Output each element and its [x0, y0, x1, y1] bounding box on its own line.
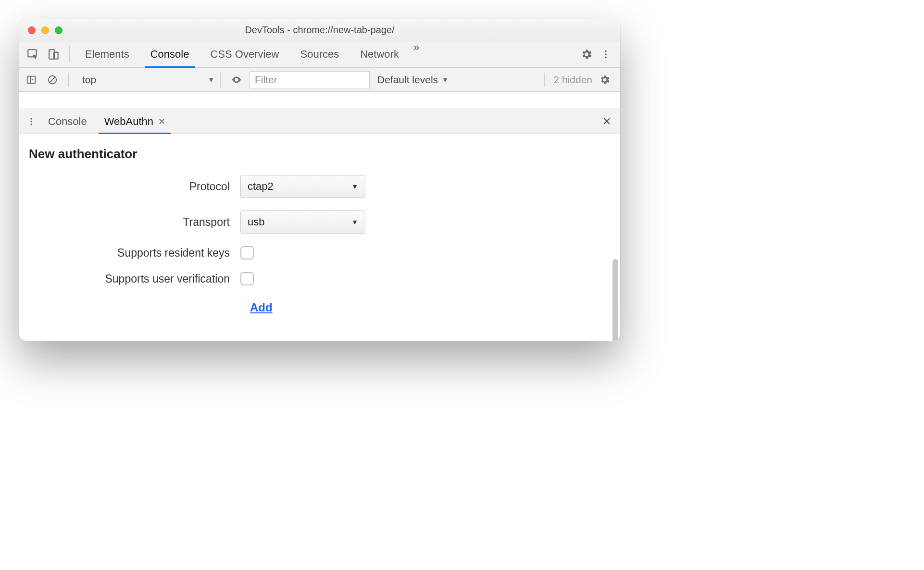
- close-window-button[interactable]: [28, 26, 36, 34]
- titlebar: DevTools - chrome://new-tab-page/: [19, 19, 620, 41]
- transport-select[interactable]: usb ▼: [240, 211, 365, 234]
- hidden-messages-count[interactable]: 2 hidden: [553, 74, 592, 86]
- add-authenticator-button[interactable]: Add: [250, 301, 273, 314]
- chevron-down-icon: ▼: [208, 76, 214, 84]
- toggle-console-sidebar-icon[interactable]: [23, 72, 39, 88]
- drawer-tabstrip: Console WebAuthn ✕ ✕: [19, 109, 620, 134]
- tabs-overflow-button[interactable]: »: [410, 41, 423, 67]
- chevron-down-icon: ▼: [351, 218, 358, 226]
- separator: [69, 46, 70, 62]
- close-tab-icon[interactable]: ✕: [158, 116, 165, 127]
- main-menu-kebab-icon[interactable]: [597, 46, 614, 63]
- main-tabstrip: Elements Console CSS Overview Sources Ne…: [19, 41, 620, 68]
- svg-point-3: [605, 50, 607, 52]
- window-title: DevTools - chrome://new-tab-page/: [19, 25, 620, 36]
- label-protocol: Protocol: [29, 180, 240, 193]
- svg-line-10: [50, 77, 55, 82]
- svg-point-11: [30, 118, 32, 119]
- live-expression-eye-icon[interactable]: [228, 72, 245, 88]
- console-output-area: [19, 92, 620, 109]
- console-settings-gear-icon[interactable]: [596, 71, 613, 88]
- execution-context-select[interactable]: top ▼: [76, 72, 221, 88]
- scrollbar-thumb[interactable]: [612, 259, 618, 341]
- svg-point-12: [30, 121, 32, 122]
- separator: [68, 73, 69, 87]
- main-tabs: Elements Console CSS Overview Sources Ne…: [75, 41, 423, 67]
- row-transport: Transport usb ▼: [29, 211, 611, 234]
- tab-network[interactable]: Network: [350, 41, 410, 67]
- user-verification-checkbox[interactable]: [240, 272, 254, 285]
- devtools-window: DevTools - chrome://new-tab-page/ Elemen…: [19, 19, 620, 341]
- transport-value: usb: [248, 216, 264, 228]
- separator: [569, 46, 569, 62]
- chevron-down-icon: ▼: [442, 76, 449, 84]
- drawer-menu-kebab-icon[interactable]: [23, 117, 39, 126]
- settings-gear-icon[interactable]: [578, 46, 595, 63]
- label-user-verification: Supports user verification: [29, 273, 240, 285]
- log-levels-select[interactable]: Default levels ▼: [375, 74, 451, 86]
- row-add: Add: [29, 301, 611, 314]
- row-user-verification: Supports user verification: [29, 272, 611, 285]
- traffic-lights: [28, 26, 62, 34]
- panel-heading: New authenticator: [29, 147, 611, 161]
- row-resident-keys: Supports resident keys: [29, 246, 611, 260]
- minimize-window-button[interactable]: [41, 26, 49, 34]
- row-protocol: Protocol ctap2 ▼: [29, 175, 611, 198]
- context-value: top: [82, 74, 96, 86]
- chevron-down-icon: ▼: [351, 183, 358, 190]
- svg-point-5: [605, 57, 607, 59]
- svg-rect-6: [27, 76, 36, 83]
- svg-point-13: [30, 124, 32, 125]
- separator: [544, 73, 545, 87]
- protocol-value: ctap2: [248, 180, 274, 193]
- webauthn-panel: New authenticator Protocol ctap2 ▼ Trans…: [19, 134, 620, 341]
- tab-console[interactable]: Console: [140, 41, 200, 67]
- tab-css-overview[interactable]: CSS Overview: [200, 41, 289, 67]
- label-transport: Transport: [29, 216, 240, 229]
- svg-marker-8: [32, 79, 34, 81]
- tab-elements[interactable]: Elements: [75, 41, 140, 67]
- zoom-window-button[interactable]: [55, 26, 62, 34]
- device-toolbar-icon[interactable]: [43, 44, 64, 65]
- protocol-select[interactable]: ctap2 ▼: [240, 175, 365, 198]
- tab-sources[interactable]: Sources: [289, 41, 350, 67]
- clear-console-icon[interactable]: [44, 72, 61, 88]
- svg-point-4: [605, 53, 607, 55]
- inspect-element-icon[interactable]: [22, 44, 43, 65]
- console-toolbar: top ▼ Default levels ▼ 2 hidden: [19, 68, 620, 92]
- drawer-tab-webauthn[interactable]: WebAuthn ✕: [96, 109, 174, 134]
- close-drawer-icon[interactable]: ✕: [597, 112, 616, 131]
- resident-keys-checkbox[interactable]: [240, 246, 254, 260]
- drawer-tab-console[interactable]: Console: [39, 109, 96, 134]
- label-resident-keys: Supports resident keys: [29, 247, 240, 260]
- console-filter-input[interactable]: [250, 71, 370, 88]
